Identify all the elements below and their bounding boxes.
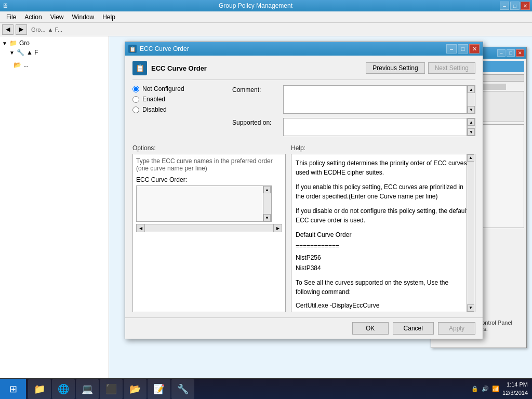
- taskbar-clock[interactable]: 1:14 PM 12/3/2014: [502, 381, 528, 397]
- apply-btn[interactable]: Apply: [438, 322, 475, 335]
- options-label: Options:: [132, 144, 286, 152]
- dialog-content: 📋 ECC Curve Order Previous Setting Next …: [125, 56, 483, 317]
- ok-btn[interactable]: OK: [352, 322, 389, 335]
- ecc-curve-order-textarea[interactable]: [136, 185, 263, 222]
- options-scroll-up[interactable]: ▲: [263, 186, 271, 193]
- dialog-maximize-btn[interactable]: □: [458, 44, 468, 54]
- options-scroll-down[interactable]: ▼: [263, 214, 271, 221]
- supported-scroll-up[interactable]: ▲: [468, 118, 475, 126]
- start-button[interactable]: ⊞: [0, 379, 26, 400]
- supported-textarea[interactable]: [283, 118, 467, 136]
- radio-not-configured[interactable]: Not Configured: [132, 85, 226, 92]
- radio-disabled-input[interactable]: [132, 107, 139, 113]
- bg-minimize-btn[interactable]: –: [497, 49, 506, 57]
- main-close-btn[interactable]: ✕: [521, 2, 530, 10]
- radio-enabled-label: Enabled: [142, 96, 165, 103]
- menu-action[interactable]: Action: [20, 12, 46, 22]
- left-panel: ▼ 📁 Gro ▼ 🔧 ▲ F 📂 ...: [0, 36, 109, 378]
- main-maximize-btn[interactable]: □: [510, 2, 520, 10]
- dialog-header-row: 📋 ECC Curve Order Previous Setting Next …: [132, 61, 475, 80]
- menubar: File Action View Window Help: [0, 11, 532, 23]
- taskbar-notepad[interactable]: 📝: [148, 379, 170, 399]
- dialog-footer: OK Cancel Apply: [125, 317, 483, 339]
- nav-breadcrumb-sub: ▲ F...: [48, 26, 63, 33]
- help-scroll-up[interactable]: ▲: [467, 154, 474, 162]
- help-section: Help: This policy setting determines the…: [291, 144, 475, 312]
- dialog-two-col: Not Configured Enabled Disabled: [132, 85, 475, 140]
- taskbar-tray: 🔒 🔊 📶 1:14 PM 12/3/2014: [467, 381, 532, 397]
- tree-item-group-policy[interactable]: ▼ 📁 Gro: [2, 38, 107, 48]
- bg-close-btn[interactable]: ✕: [516, 49, 524, 57]
- nav-back-btn[interactable]: ◀: [2, 24, 14, 35]
- tree-item-1[interactable]: 📂 ...: [6, 60, 107, 70]
- dialog-close-btn[interactable]: ✕: [469, 44, 480, 54]
- options-box: Type the ECC curve names in the preferre…: [132, 154, 286, 312]
- options-section: Options: Type the ECC curve names in the…: [132, 144, 286, 312]
- tree-label-sub: ▲ F: [26, 49, 38, 56]
- nav-breadcrumb: Gro...: [31, 26, 46, 33]
- content-area: ▼ 📁 Gro ▼ 🔧 ▲ F 📂 ...: [0, 36, 532, 378]
- supported-scrollbar: ▲ ▼: [467, 118, 475, 136]
- taskbar: ⊞ 📁 🌐 💻 ⬛ 📂 📝 🔧 🔒 🔊 📶 1:14 PM 12/3/2014: [0, 378, 532, 399]
- menu-help[interactable]: Help: [98, 12, 119, 22]
- help-scroll-down[interactable]: ▼: [467, 304, 474, 312]
- tray-icon-2: 🔊: [482, 385, 489, 392]
- prev-setting-btn[interactable]: Previous Setting: [366, 62, 424, 74]
- nav-forward-btn[interactable]: ▶: [16, 24, 27, 35]
- main-win-controls: – □ ✕: [500, 2, 530, 10]
- menu-file[interactable]: File: [2, 12, 20, 22]
- dialog-nav-btns: Previous Setting Next Setting: [366, 62, 475, 74]
- bg-maximize-btn[interactable]: □: [507, 49, 515, 57]
- help-para-5: ============: [296, 242, 471, 251]
- help-para-9: CertUtil.exe -DisplayEccCurve: [296, 301, 471, 310]
- radio-enabled-input[interactable]: [132, 96, 139, 103]
- next-setting-btn[interactable]: Next Setting: [428, 62, 475, 74]
- comment-field-row: Comment: ▲ ▼: [232, 85, 475, 114]
- help-box: This policy setting determines the prior…: [291, 154, 475, 312]
- main-window: 🖥 Group Policy Management – □ ✕ File Act…: [0, 0, 532, 378]
- main-title-icon: 🖥: [2, 2, 8, 9]
- radio-not-configured-input[interactable]: [132, 86, 139, 92]
- cancel-btn[interactable]: Cancel: [393, 322, 434, 335]
- comment-scroll-down[interactable]: ▼: [468, 106, 475, 113]
- h-scroll-right[interactable]: ▶: [273, 224, 282, 232]
- supported-label: Supported on:: [232, 118, 279, 126]
- right-panel: – □ ✕ er Go to System in Control Panel t…: [109, 36, 532, 378]
- tree-icon-gpo: 📁: [9, 39, 18, 47]
- taskbar-ie[interactable]: 🌐: [52, 379, 75, 399]
- help-para-3: If you disable or do not configure this …: [296, 206, 471, 225]
- dialog-minimize-btn[interactable]: –: [446, 44, 457, 54]
- radio-enabled[interactable]: Enabled: [132, 96, 226, 103]
- tree-label-gpo: Gro: [19, 39, 30, 47]
- help-para-6: NistP256: [296, 253, 471, 262]
- options-description: Type the ECC curve names in the preferre…: [136, 157, 282, 172]
- radio-group: Not Configured Enabled Disabled: [132, 85, 226, 113]
- ecc-dialog: 📋 ECC Curve Order – □ ✕ 📋 ECC Curve Orde…: [125, 42, 483, 339]
- options-h-scrollbar: ◀ ▶: [136, 224, 282, 232]
- help-scroll-track: [467, 162, 474, 304]
- help-para-7: NistP384: [296, 263, 471, 273]
- comment-textarea[interactable]: [283, 85, 467, 114]
- help-para-2: If you enable this policy setting, ECC c…: [296, 182, 471, 201]
- main-minimize-btn[interactable]: –: [500, 2, 509, 10]
- comment-scroll-up[interactable]: ▲: [468, 86, 475, 93]
- supported-wrapper: ▲ ▼: [283, 118, 475, 136]
- h-scroll-left[interactable]: ◀: [137, 224, 145, 232]
- help-para-1: This policy setting determines the prior…: [296, 158, 471, 177]
- tree-item-sub[interactable]: ▼ 🔧 ▲ F: [2, 48, 107, 57]
- tree-label-1: ...: [23, 61, 29, 69]
- taskbar-gpm[interactable]: 🔧: [171, 379, 194, 399]
- dialog-titlebar: 📋 ECC Curve Order – □ ✕: [125, 42, 483, 56]
- menu-view[interactable]: View: [46, 12, 68, 22]
- supported-scroll-down[interactable]: ▼: [468, 128, 475, 136]
- menu-window[interactable]: Window: [68, 12, 99, 22]
- help-para-4: Default Curve Order: [296, 230, 471, 240]
- tree-icon-sub: 🔧: [17, 49, 25, 56]
- taskbar-files[interactable]: 📂: [124, 379, 147, 399]
- help-para-8: To See all the curves supported on the s…: [296, 278, 471, 297]
- taskbar-powershell[interactable]: 💻: [76, 379, 99, 399]
- bg-win-controls: – □ ✕: [497, 49, 524, 57]
- taskbar-cmd[interactable]: ⬛: [100, 379, 123, 399]
- radio-disabled[interactable]: Disabled: [132, 106, 226, 113]
- taskbar-file-explorer[interactable]: 📁: [28, 379, 51, 399]
